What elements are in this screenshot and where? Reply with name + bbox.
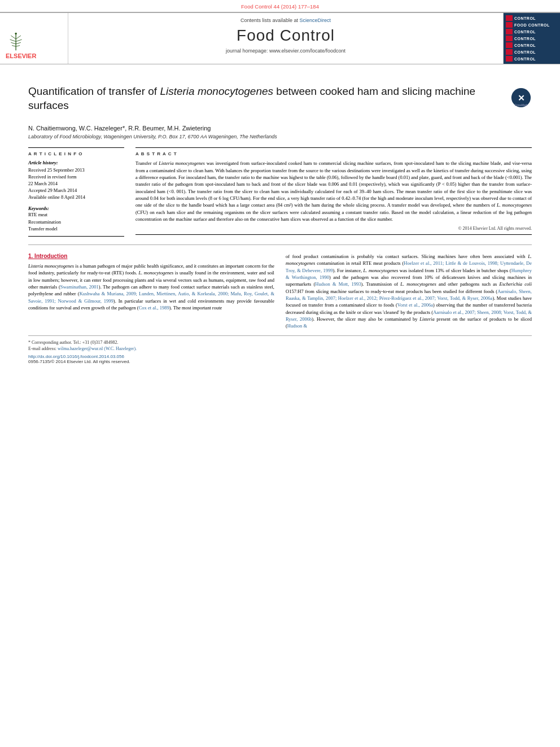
journal-logo-right: CONTROL FOOD CONTROL CONTROL CONTROL CON… <box>504 13 560 64</box>
online-date: Available online 8 April 2014 <box>28 194 124 201</box>
email-value[interactable]: wilma.hazeleger@wur.nl (W.C. Hazeleger). <box>58 346 137 351</box>
email-note: E-mail address: wilma.hazeleger@wur.nl (… <box>28 346 532 352</box>
section-divider <box>28 244 532 245</box>
article-info-abstract-row: A R T I C L E I N F O Article history: R… <box>28 147 532 237</box>
main-content: Quantification of transfer of Listeria m… <box>0 64 560 375</box>
intro-left-text: Listeria monocytogenes is a human pathog… <box>28 263 274 311</box>
keyword-3: Transfer model <box>28 225 124 233</box>
svg-text:✕: ✕ <box>518 93 525 103</box>
contents-text: Contents lists available at <box>240 18 298 23</box>
intro-right-text: of food product contamination is probabl… <box>286 253 532 329</box>
control-row-2: FOOD CONTROL <box>506 22 558 28</box>
abstract-section: A B S T R A C T Transfer of Listeria mon… <box>135 147 532 235</box>
revised-label: Received in revised form <box>28 174 124 181</box>
introduction-section: 1. Introduction Listeria monocytogenes i… <box>28 253 532 329</box>
control-icon-1 <box>506 15 513 21</box>
page-wrapper: Food Control 44 (2014) 177–184 <box>0 0 560 747</box>
abstract-column: A B S T R A C T Transfer of Listeria mon… <box>135 147 532 237</box>
article-info-box: A R T I C L E I N F O Article history: R… <box>28 147 124 237</box>
svg-point-10 <box>15 33 17 35</box>
control-row-3: CONTROL <box>506 29 558 34</box>
authors-line: N. Chaitiemwong, W.C. Hazeleger*, R.R. B… <box>28 125 532 132</box>
affiliation-line: Laboratory of Food Microbiology, Wagenin… <box>28 134 532 139</box>
control-label-4: CONTROL <box>514 37 536 41</box>
section-heading-row: 1. Introduction <box>28 253 274 259</box>
keywords-section: Keywords: RTE meat Recontamination Trans… <box>28 206 124 233</box>
affiliation-text: Laboratory of Food Microbiology, Wagenin… <box>28 134 277 139</box>
received-date: Received 25 September 2013 <box>28 167 124 174</box>
contents-line: Contents lists available at ScienceDirec… <box>240 18 331 23</box>
elsevier-logo-area: ELSEVIER ELSEVIER <box>0 13 68 64</box>
issn-text: 0956-7135/© 2014 Elsevier Ltd. All right… <box>28 359 532 364</box>
abstract-text: Transfer of Listeria monocytogenes was i… <box>135 160 532 222</box>
copyright-line: © 2014 Elsevier Ltd. All rights reserved… <box>135 226 532 231</box>
control-icon-7 <box>506 56 513 62</box>
control-label-1: CONTROL <box>514 16 536 20</box>
crossmark-logo[interactable]: ✕ CrossMark <box>510 87 532 108</box>
keyword-2: Recontamination <box>28 219 124 226</box>
abstract-header: A B S T R A C T <box>135 151 532 156</box>
control-icon-4 <box>506 36 513 41</box>
revised-date: 22 March 2014 <box>28 181 124 187</box>
intro-left: 1. Introduction Listeria monocytogenes i… <box>28 253 274 329</box>
control-icon-5 <box>506 42 513 48</box>
article-title: Quantification of transfer of Listeria m… <box>28 85 504 112</box>
elsevier-logo-svg: ELSEVIER <box>6 32 51 51</box>
control-label-3: CONTROL <box>514 30 536 34</box>
control-icon-3 <box>506 29 513 34</box>
control-row-4: CONTROL <box>506 36 558 41</box>
control-label-5: CONTROL <box>514 43 536 47</box>
keywords-title: Keywords: <box>28 206 124 211</box>
footer-links: http://dx.doi.org/10.1016/j.foodcont.201… <box>28 354 532 359</box>
accepted-date: Accepted 29 March 2014 <box>28 187 124 194</box>
journal-citation: Food Control 44 (2014) 177–184 <box>0 0 560 12</box>
control-stack: CONTROL FOOD CONTROL CONTROL CONTROL CON… <box>506 15 558 62</box>
keyword-1: RTE meat <box>28 211 124 219</box>
control-row-6: CONTROL <box>506 49 558 55</box>
svg-text:CrossMark: CrossMark <box>515 104 528 107</box>
corresponding-author-text: * Corresponding author. Tel.: +31 (0)317… <box>28 340 119 345</box>
corresponding-author-note: * Corresponding author. Tel.: +31 (0)317… <box>28 339 532 346</box>
sciencedirect-link[interactable]: ScienceDirect <box>300 18 331 23</box>
elsevier-text: ELSEVIER <box>6 53 36 59</box>
article-info-column: A R T I C L E I N F O Article history: R… <box>28 147 124 237</box>
doi-link[interactable]: http://dx.doi.org/10.1016/j.foodcont.201… <box>28 354 124 359</box>
authors-text: N. Chaitiemwong, W.C. Hazeleger*, R.R. B… <box>28 125 211 132</box>
control-icon-2 <box>506 22 513 28</box>
journal-title: Food Control <box>237 27 335 45</box>
section-number: 1. Introduction <box>28 253 67 259</box>
control-row-1: CONTROL <box>506 15 558 21</box>
citation-text: Food Control 44 (2014) 177–184 <box>241 3 319 10</box>
control-label-2: FOOD CONTROL <box>514 23 550 27</box>
control-icon-6 <box>506 49 513 55</box>
control-label-7: CONTROL <box>514 57 536 61</box>
article-history-title: Article history: <box>28 160 124 165</box>
article-info-header: A R T I C L E I N F O <box>28 151 124 156</box>
title-row: Quantification of transfer of Listeria m… <box>28 85 532 119</box>
email-label: E-mail address: <box>28 346 56 351</box>
control-label-6: CONTROL <box>514 50 536 54</box>
homepage-line: journal homepage: www.elsevier.com/locat… <box>226 48 345 54</box>
control-row-7: CONTROL <box>506 56 558 62</box>
journal-header-center: Contents lists available at ScienceDirec… <box>68 13 504 64</box>
journal-header: ELSEVIER ELSEVIER Contents lists availab… <box>0 12 560 64</box>
footer-section: * Corresponding author. Tel.: +31 (0)317… <box>28 335 532 364</box>
intro-right: of food product contamination is probabl… <box>286 253 532 329</box>
control-row-5: CONTROL <box>506 42 558 48</box>
